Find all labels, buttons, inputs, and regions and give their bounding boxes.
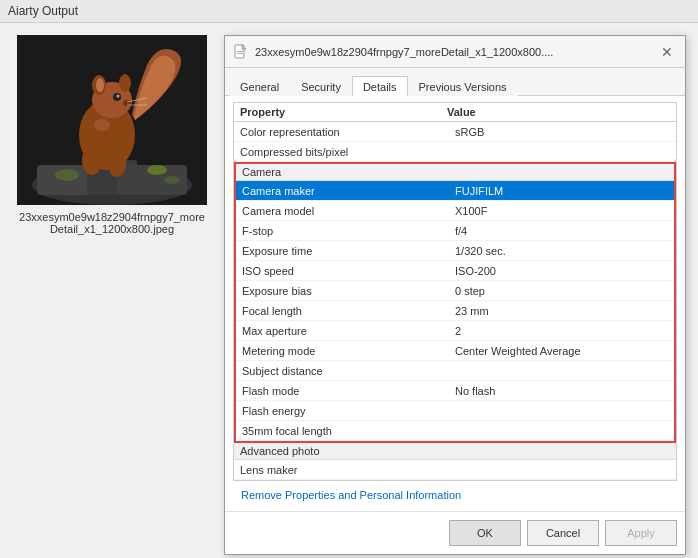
thumbnail-box [17,35,207,205]
app-window: Aiarty Output [0,0,698,558]
advanced-photo-group-header: Advanced photo [234,443,676,460]
svg-point-14 [108,149,126,177]
table-row[interactable]: Flash energy [236,401,674,421]
table-row[interactable]: Exposure time 1/320 sec. [236,241,674,261]
camera-group-header: Camera [236,164,674,181]
left-panel: 23xxesym0e9w18z2904frnpgy7_moreDetail_x1… [12,35,212,555]
dialog-title-left: 23xxesym0e9w18z2904frnpgy7_moreDetail_x1… [233,44,553,60]
tab-details[interactable]: Details [352,76,408,96]
camera-section: Camera Camera maker FUJIFILM Camera mode… [234,162,676,443]
table-row[interactable]: Exposure bias 0 step [236,281,674,301]
svg-rect-22 [237,51,243,52]
tab-previous-versions[interactable]: Previous Versions [408,76,518,96]
table-row[interactable]: F-stop f/4 [236,221,674,241]
table-row[interactable]: Subject distance [236,361,674,381]
table-row[interactable]: Focal length 23 mm [236,301,674,321]
svg-rect-23 [237,53,243,54]
remove-properties-link[interactable]: Remove Properties and Personal Informati… [241,489,461,501]
tab-security[interactable]: Security [290,76,352,96]
props-table-header: Property Value [234,103,676,122]
table-row[interactable]: Flash mode No flash [236,381,674,401]
image-filename: 23xxesym0e9w18z2904frnpgy7_moreDetail_x1… [17,211,207,235]
dialog-buttons: OK Cancel Apply [225,511,685,554]
app-titlebar: Aiarty Output [0,0,698,23]
dialog-titlebar: 23xxesym0e9w18z2904frnpgy7_moreDetail_x1… [225,36,685,68]
app-content: 23xxesym0e9w18z2904frnpgy7_moreDetail_x1… [0,23,698,558]
cancel-button[interactable]: Cancel [527,520,599,546]
table-row[interactable]: Compressed bits/pixel [234,142,676,162]
squirrel-image [17,35,207,205]
table-row[interactable]: 35mm focal length [236,421,674,441]
tabs-row: General Security Details Previous Versio… [225,68,685,96]
svg-point-19 [147,165,167,175]
svg-point-13 [82,145,102,175]
property-column-header: Property [240,106,447,118]
table-row[interactable]: Lens maker [234,460,676,480]
table-row[interactable]: Color representation sRGB [234,122,676,142]
tab-general[interactable]: General [229,76,290,96]
svg-point-18 [55,169,79,181]
remove-properties-row: Remove Properties and Personal Informati… [233,485,677,505]
properties-area: Property Value Color representation sRGB… [225,96,685,511]
table-row-selected[interactable]: Camera maker FUJIFILM [236,181,674,201]
value-column-header: Value [447,106,654,118]
svg-point-15 [94,119,110,131]
close-button[interactable]: ✕ [657,42,677,62]
table-row[interactable]: Camera model X100F [236,201,674,221]
ok-button[interactable]: OK [449,520,521,546]
table-row[interactable]: ISO speed ISO-200 [236,261,674,281]
app-title: Aiarty Output [8,4,78,18]
svg-point-8 [119,74,131,92]
svg-point-11 [117,95,120,98]
properties-table: Property Value Color representation sRGB… [233,102,677,481]
svg-point-9 [96,78,104,92]
table-row[interactable]: Max aperture 2 [236,321,674,341]
dialog-title-text: 23xxesym0e9w18z2904frnpgy7_moreDetail_x1… [255,46,553,58]
table-row[interactable]: Metering mode Center Weighted Average [236,341,674,361]
apply-button[interactable]: Apply [605,520,677,546]
file-icon [233,44,249,60]
file-properties-dialog: 23xxesym0e9w18z2904frnpgy7_moreDetail_x1… [224,35,686,555]
props-scroll-area[interactable]: Color representation sRGB Compressed bit… [234,122,676,480]
svg-point-20 [164,176,180,184]
